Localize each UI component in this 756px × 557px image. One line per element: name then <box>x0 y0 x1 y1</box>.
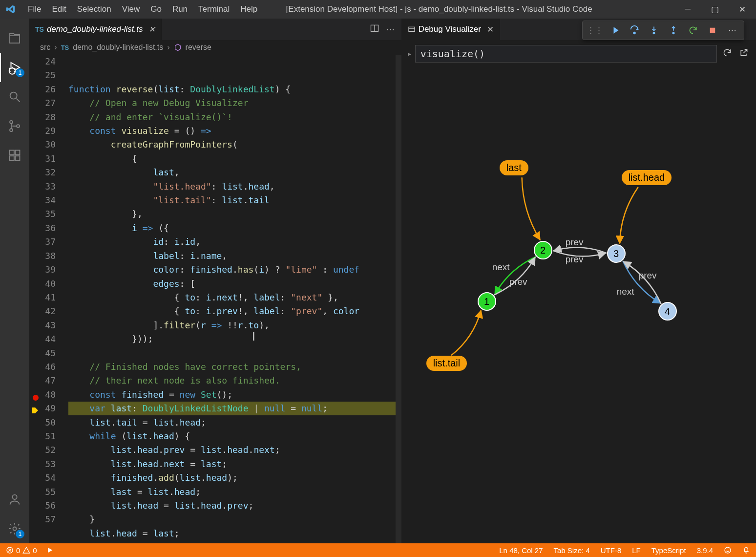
svg-point-15 <box>633 32 635 34</box>
debug-badge: 1 <box>16 68 24 77</box>
svg-point-20 <box>725 547 731 553</box>
menu-go[interactable]: Go <box>145 0 167 19</box>
svg-rect-6 <box>10 150 14 155</box>
svg-point-13 <box>33 395 39 401</box>
status-bar: 0 0 Ln 48, Col 27 Tab Size: 4 UTF-8 LF T… <box>0 543 756 557</box>
edge-label: prev <box>509 277 527 287</box>
refresh-icon[interactable] <box>721 48 734 60</box>
tab-debug-visualizer[interactable]: Debug Visualizer ✕ <box>402 19 500 40</box>
menu-edit[interactable]: Edit <box>46 0 71 19</box>
stop-button[interactable] <box>705 22 720 38</box>
edge-label: prev <box>639 270 657 281</box>
visualizer-tab-label: Debug Visualizer <box>419 24 481 34</box>
svg-point-16 <box>653 32 654 34</box>
graph-node-2[interactable]: 2 <box>534 241 552 259</box>
menu-terminal[interactable]: Terminal <box>193 0 235 19</box>
titlebar: FileEditSelectionViewGoRunTerminalHelp [… <box>0 0 756 19</box>
vscode-logo-icon <box>6 4 16 14</box>
split-editor-icon[interactable] <box>370 23 379 36</box>
close-window-button[interactable]: ✕ <box>729 0 756 19</box>
popout-icon[interactable] <box>737 48 750 60</box>
step-out-button[interactable] <box>666 22 681 38</box>
restart-button[interactable] <box>685 22 701 38</box>
svg-point-17 <box>672 32 674 34</box>
search-icon[interactable] <box>0 82 29 111</box>
expand-caret-icon[interactable]: ▸ <box>408 50 411 58</box>
svg-rect-14 <box>409 27 415 31</box>
preview-icon <box>408 25 416 33</box>
debug-more-icon[interactable]: ⋯ <box>724 22 740 38</box>
svg-point-11 <box>13 527 17 531</box>
status-lncol[interactable]: Ln 48, Col 27 <box>499 546 543 555</box>
status-eol[interactable]: LF <box>632 546 641 555</box>
menu-file[interactable]: File <box>22 0 46 19</box>
pointer-last[interactable]: last <box>500 160 528 175</box>
svg-rect-18 <box>710 28 715 33</box>
maximize-button[interactable]: ▢ <box>701 0 729 19</box>
status-debug-launch[interactable] <box>46 546 54 554</box>
menu-run[interactable]: Run <box>167 0 193 19</box>
status-encoding[interactable]: UTF-8 <box>601 546 622 555</box>
visualizer-expression-input[interactable] <box>415 45 717 63</box>
graph-node-1[interactable]: 1 <box>478 292 496 311</box>
code-editor[interactable]: 2425262728293031323334353637383940414243… <box>29 55 401 543</box>
minimize-button[interactable]: ─ <box>674 0 701 19</box>
drag-handle-icon[interactable]: ⋮⋮ <box>587 25 603 36</box>
menu-selection[interactable]: Selection <box>72 0 117 19</box>
step-into-button[interactable] <box>646 22 662 38</box>
more-actions-icon[interactable]: ⋯ <box>386 24 395 35</box>
continue-button[interactable] <box>607 22 623 38</box>
edge-label: prev <box>566 237 584 248</box>
breadcrumb[interactable]: src› TS demo_doubly-linked-list.ts› reve… <box>29 40 401 55</box>
explorer-icon[interactable] <box>0 23 29 53</box>
source-control-icon[interactable] <box>0 111 29 141</box>
symbol-method-icon <box>174 43 182 51</box>
tab-label: demo_doubly-linked-list.ts <box>47 24 143 34</box>
status-bell-icon[interactable] <box>742 546 750 554</box>
status-language[interactable]: TypeScript <box>651 546 686 555</box>
editor-pane-code: TS demo_doubly-linked-list.ts ✕ ⋯ src› T… <box>29 19 402 543</box>
edge-label: prev <box>566 254 584 265</box>
menu-help[interactable]: Help <box>235 0 263 19</box>
close-tab-icon[interactable]: ✕ <box>146 24 155 35</box>
status-tabsize[interactable]: Tab Size: 4 <box>554 546 590 555</box>
status-feedback-icon[interactable] <box>724 546 732 554</box>
tab-demo-file[interactable]: TS demo_doubly-linked-list.ts ✕ <box>29 19 162 40</box>
typescript-file-icon: TS <box>35 25 44 33</box>
debug-toolbar[interactable]: ⋮⋮ ⋯ <box>582 21 744 40</box>
edge-label: next <box>617 286 634 297</box>
svg-point-2 <box>10 92 17 99</box>
status-errors[interactable]: 0 0 <box>6 546 37 555</box>
pointer-list-tail[interactable]: list.tail <box>426 356 467 371</box>
editor-tabbar: TS demo_doubly-linked-list.ts ✕ ⋯ <box>29 19 401 40</box>
svg-point-5 <box>17 125 20 128</box>
settings-badge: 1 <box>16 530 24 538</box>
run-debug-icon[interactable]: 1 <box>0 53 29 82</box>
close-tab-icon[interactable]: ✕ <box>484 24 494 35</box>
graph-canvas[interactable]: 1234lastlist.headlist.tailnextprevprevpr… <box>402 67 756 543</box>
step-over-button[interactable] <box>627 22 642 38</box>
graph-node-4[interactable]: 4 <box>658 302 677 321</box>
pointer-list-head[interactable]: list.head <box>622 170 672 185</box>
svg-rect-7 <box>15 150 20 155</box>
status-ts-version[interactable]: 3.9.4 <box>697 546 713 555</box>
edge-label: next <box>492 262 510 273</box>
svg-rect-9 <box>15 156 20 160</box>
settings-gear-icon[interactable]: 1 <box>0 514 29 543</box>
svg-point-10 <box>12 495 17 499</box>
svg-point-3 <box>10 121 13 124</box>
editor-pane-visualizer: Debug Visualizer ✕ ▸ <box>402 19 756 543</box>
extensions-icon[interactable] <box>0 141 29 170</box>
graph-node-3[interactable]: 3 <box>607 244 626 263</box>
accounts-icon[interactable] <box>0 485 29 514</box>
activity-bar: 1 1 <box>0 19 29 543</box>
svg-point-4 <box>10 129 13 131</box>
menu-view[interactable]: View <box>117 0 146 19</box>
svg-rect-8 <box>10 156 14 160</box>
window-title: [Extension Development Host] - js - demo… <box>263 4 674 14</box>
